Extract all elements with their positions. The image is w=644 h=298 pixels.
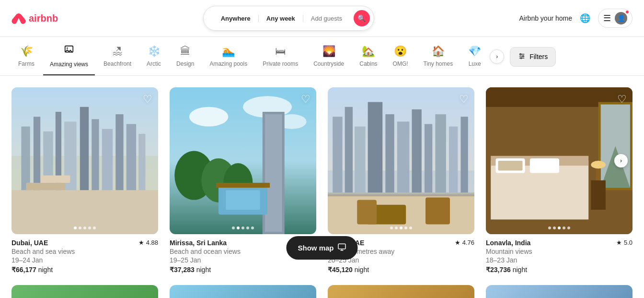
language-button[interactable]: 🌐 [580,13,590,24]
wishlist-button-1[interactable]: ♡ [143,93,152,106]
svg-rect-54 [426,198,450,225]
star-icon-4: ★ [616,239,622,246]
show-map-button[interactable]: Show map [286,236,357,260]
dot [409,226,412,229]
arctic-icon: ❄️ [148,45,161,58]
svg-rect-41 [333,117,342,192]
filters-label: Filters [529,53,548,60]
search-location[interactable]: Anywhere [213,15,259,22]
svg-rect-44 [368,102,383,193]
listing-image-wrap-3: ♡ [328,87,474,234]
dot [548,226,551,229]
category-item-tiny-homes[interactable]: 🏠 Tiny homes [417,45,460,75]
search-week[interactable]: Any week [259,15,303,22]
dot [74,226,77,229]
design-icon: 🏛 [180,45,191,58]
listing-desc-1: Beach and sea views [12,248,158,255]
price-unit-4: night [513,266,527,274]
tiny-homes-icon: 🏠 [432,45,445,58]
listing-title-row-4: Lonavla, India ★ 5.0 [486,239,632,247]
rating-value-4: 5.0 [624,239,632,246]
amazing-pools-icon: 🏊 [222,45,235,58]
dot [246,226,249,229]
week-label: Any week [266,15,295,22]
farms-icon: 🌾 [20,45,33,58]
svg-rect-49 [435,114,446,192]
svg-rect-45 [385,114,394,192]
listing-card-4[interactable]: ♡ › Lonavla, India ★ 5.0 [486,87,632,274]
beachfront-icon: 🏖 [112,45,123,58]
svg-rect-70 [338,244,345,249]
partial-card-1[interactable] [12,285,158,298]
search-guests[interactable]: Add guests [303,15,350,22]
search-button[interactable]: 🔍 [354,10,370,26]
category-item-countryside[interactable]: 🌄 Countryside [307,45,351,75]
partial-card-4[interactable] [486,285,632,298]
category-label-countryside: Countryside [313,60,344,67]
host-link[interactable]: Airbnb your home [519,14,572,22]
category-label-amazing-views: Amazing views [50,61,88,68]
category-label-beachfront: Beachfront [104,60,131,67]
category-item-amazing-pools[interactable]: 🏊 Amazing pools [203,45,254,75]
listing-info-1: Dubai, UAE ★ 4.88 Beach and sea views 19… [12,234,158,274]
dot [567,226,570,229]
listing-rating-1: ★ 4.88 [138,239,158,246]
filters-button[interactable]: Filters [510,47,556,67]
partial-card-3[interactable] [328,285,474,298]
dot [93,226,96,229]
omg-icon: 😮 [394,45,407,58]
category-item-cabins[interactable]: 🏡 Cabins [353,45,384,75]
category-item-amazing-views[interactable]: Amazing views [43,45,95,75]
airbnb-logo[interactable]: airbnb [12,9,58,28]
wishlist-button-4[interactable]: ♡ [617,93,627,106]
carousel-next-4[interactable]: › [614,154,628,167]
wishlist-button-3[interactable]: ♡ [459,93,469,106]
location-label: Anywhere [221,15,251,22]
category-label-cabins: Cabins [359,60,377,67]
category-item-luxe[interactable]: 💎 Luxe [461,45,488,75]
header: airbnb Anywhere Any week Add guests 🔍 Ai… [0,0,644,37]
guests-placeholder: Add guests [311,15,342,22]
map-icon [338,243,346,253]
price-value-1: ₹66,177 [12,266,36,274]
rating-value-1: 4.88 [146,239,158,246]
listing-card-1[interactable]: ♡ Dubai, UAE ★ 4.88 Beach and s [12,87,158,274]
globe-icon: 🌐 [580,13,590,23]
svg-rect-62 [498,161,523,170]
carousel-dots-4 [548,226,570,229]
listing-location-2: Mirissa, Sri Lanka [170,239,227,247]
category-item-private-rooms[interactable]: 🛏 Private rooms [256,45,305,75]
category-item-design[interactable]: 🏛 Design [170,45,201,75]
star-icon-3: ★ [455,239,460,246]
svg-point-69 [591,161,606,168]
star-icon-1: ★ [138,239,144,246]
show-map-label: Show map [298,244,334,252]
category-item-farms[interactable]: 🌾 Farms [12,45,41,75]
dot [83,226,86,229]
dot [242,226,244,229]
svg-rect-29 [265,114,282,232]
search-bar[interactable]: Anywhere Any week Add guests 🔍 [203,6,374,31]
partial-listings [0,285,644,298]
partial-card-2[interactable] [170,285,316,298]
dot [232,226,235,229]
wishlist-button-2[interactable]: ♡ [301,93,310,106]
price-unit-3: night [355,266,369,274]
category-nav-next[interactable]: › [490,49,504,64]
logo-text: airbnb [29,13,58,24]
search-icon: 🔍 [357,14,366,22]
svg-point-6 [522,55,524,57]
carousel-dots-3 [390,226,412,229]
svg-rect-34 [226,190,260,210]
user-menu-button[interactable]: ☰ 👤 [598,9,632,28]
category-item-arctic[interactable]: ❄️ Arctic [140,45,168,75]
category-label-omg: OMG! [393,60,408,67]
category-item-omg[interactable]: 😮 OMG! [386,45,415,75]
category-label-private-rooms: Private rooms [263,60,298,67]
svg-rect-46 [397,121,410,192]
hamburger-icon: ☰ [603,13,611,24]
airbnb-logo-icon [12,9,26,28]
category-item-beachfront[interactable]: 🏖 Beachfront [97,45,138,75]
price-unit-1: night [38,266,53,274]
dot [390,226,393,229]
